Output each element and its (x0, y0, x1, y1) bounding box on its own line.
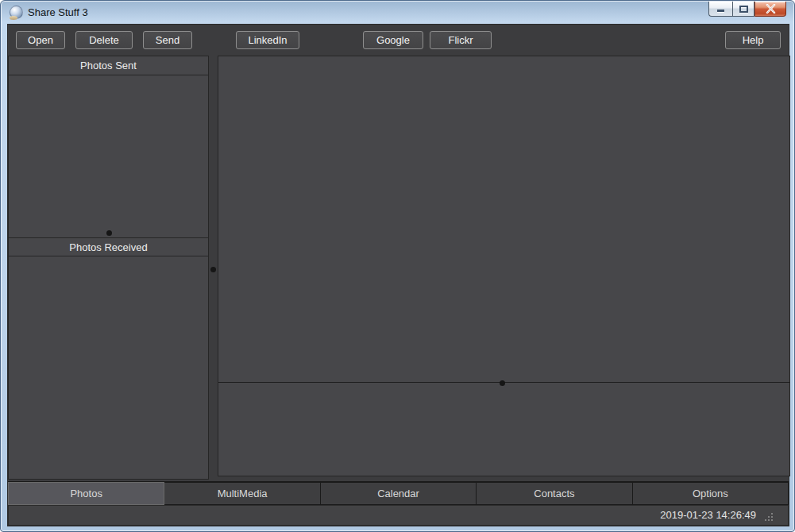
photos-received-list[interactable] (9, 256, 208, 479)
resize-grip-icon[interactable] (761, 512, 774, 522)
close-icon (766, 4, 776, 13)
tab-photos[interactable]: Photos (8, 482, 164, 505)
splitter-dot-icon (210, 267, 216, 272)
window-title: Share Stuff 3 (28, 6, 88, 18)
app-window: Share Stuff 3 Open Delete Send LinkedIn (0, 0, 795, 532)
client-area: Open Delete Send LinkedIn Google Flickr … (7, 24, 789, 526)
maximize-button[interactable] (732, 2, 754, 17)
titlebar: Share Stuff 3 (1, 1, 794, 24)
flickr-button[interactable]: Flickr (430, 31, 492, 49)
open-button[interactable]: Open (16, 31, 65, 49)
send-button[interactable]: Send (143, 31, 192, 49)
window-controls (708, 2, 786, 17)
minimize-icon (717, 10, 724, 12)
detail-area[interactable] (218, 384, 789, 476)
photos-sidebar: Photos Sent Photos Received (8, 56, 209, 480)
linkedin-button[interactable]: LinkedIn (236, 31, 299, 49)
close-button[interactable] (754, 2, 786, 17)
photos-received-header: Photos Received (9, 237, 208, 256)
minimize-button[interactable] (708, 2, 732, 17)
help-button[interactable]: Help (725, 31, 781, 49)
delete-button[interactable]: Delete (75, 31, 133, 49)
google-button[interactable]: Google (363, 31, 423, 49)
maximize-icon (739, 6, 748, 13)
sidebar-horizontal-splitter[interactable] (9, 229, 208, 237)
tab-multimedia[interactable]: MultiMedia (164, 482, 320, 505)
tab-contacts[interactable]: Contacts (477, 482, 632, 505)
app-globe-icon (10, 6, 23, 19)
statusbar: 2019-01-23 14:26:49 (8, 505, 789, 526)
toolbar: Open Delete Send LinkedIn Google Flickr … (8, 25, 789, 56)
tab-calendar[interactable]: Calendar (321, 482, 477, 505)
bottom-tabbar: Photos MultiMedia Calendar Contacts Opti… (8, 481, 789, 505)
vertical-splitter[interactable] (209, 56, 218, 480)
photos-sent-header: Photos Sent (9, 56, 208, 75)
tab-options[interactable]: Options (633, 482, 789, 505)
photos-sent-list[interactable] (9, 75, 208, 229)
status-timestamp: 2019-01-23 14:26:49 (660, 509, 756, 521)
photo-preview-area[interactable] (218, 56, 789, 383)
main-panel (218, 56, 790, 476)
splitter-dot-icon (106, 230, 112, 236)
